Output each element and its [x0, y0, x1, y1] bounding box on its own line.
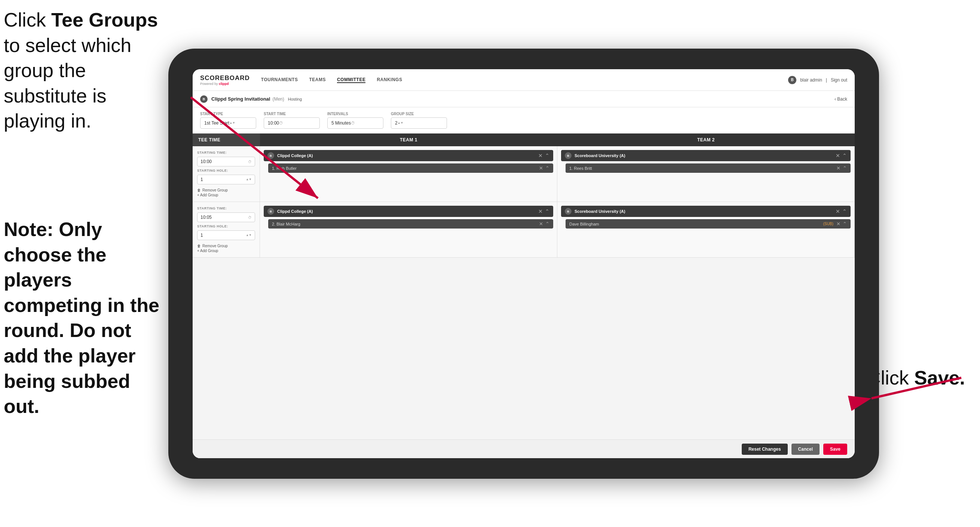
logo-clippd: clippd [219, 82, 229, 86]
player-controls-1-1: ✕ ⌃ [539, 165, 549, 171]
team1-controls-2: ✕ ⌃ [538, 209, 549, 214]
arrow-bottom [842, 366, 972, 411]
nav-rankings[interactable]: RANKINGS [377, 77, 402, 83]
group-size-stepper[interactable]: ▲▼ [398, 121, 404, 124]
team2-icon-2: B [565, 208, 571, 215]
team2-card-2[interactable]: B Scoreboard University (A) ✕ ⌃ [561, 206, 851, 217]
navbar-logo: SCOREBOARD Powered by clippd [200, 75, 250, 86]
user-label: blair admin [800, 77, 822, 83]
svg-line-1 [191, 97, 318, 198]
player-card-2-2[interactable]: Dave Billingham (SUB) ✕ ⌃ [566, 219, 851, 229]
close-icon-p1-2[interactable]: ✕ [539, 221, 543, 227]
footer-bar: Reset Changes Cancel Save [192, 439, 855, 458]
instruction-bottom: Note: Only choose the players competing … [4, 217, 161, 419]
close-icon-t2-2[interactable]: ✕ [835, 209, 840, 214]
table-row: STARTING TIME: 10:05 ⏱ STARTING HOLE: 1 … [192, 202, 855, 258]
starting-time-input-2[interactable]: 10:05 ⏱ [197, 212, 255, 222]
add-group-btn-2[interactable]: + Add Group [197, 249, 255, 253]
logo-powered: Powered by clippd [200, 82, 250, 86]
navbar: SCOREBOARD Powered by clippd TOURNAMENTS… [192, 69, 855, 91]
clock-icon-2: ⏱ [351, 121, 355, 125]
chevron-icon-p2-2[interactable]: ⌃ [843, 221, 847, 227]
tee-actions-2: 🗑 Remove Group + Add Group [197, 244, 255, 253]
starting-hole-input-2[interactable]: 1 ▲▼ [197, 231, 255, 240]
player-card-2-1[interactable]: 1. Rees Britt ✕ ⌃ [566, 164, 851, 173]
save-button[interactable]: Save [823, 444, 847, 455]
cancel-button[interactable]: Cancel [791, 444, 819, 455]
close-icon-p2[interactable]: ✕ [836, 165, 840, 171]
avatar: B [788, 76, 796, 84]
close-icon-t2[interactable]: ✕ [835, 153, 840, 159]
player-controls-2-1: ✕ ⌃ [836, 165, 847, 171]
reset-changes-button[interactable]: Reset Changes [742, 444, 788, 455]
player-name-2-2: Dave Billingham [569, 222, 820, 226]
remove-group-btn-2[interactable]: 🗑 Remove Group [197, 244, 255, 248]
player-name-2-1: 1. Rees Britt [569, 166, 834, 170]
team1-cell-2: B Clippd College (A) ✕ ⌃ 2. Blair McHarg [260, 202, 557, 257]
starting-time-value-2: 10:05 [200, 215, 212, 220]
team2-card-1[interactable]: B Scoreboard University (A) ✕ ⌃ [561, 150, 851, 161]
team1-controls-1: ✕ ⌃ [538, 153, 549, 159]
starting-hole-value-2: 1 [200, 232, 203, 238]
team2-header: Team 2 [557, 134, 855, 146]
trash-icon-2: 🗑 [197, 244, 201, 248]
nav-separator: | [826, 77, 827, 83]
chevron-icon-t1[interactable]: ⌃ [545, 153, 549, 159]
nav-right: B blair admin | Sign out [788, 76, 847, 84]
back-button[interactable]: ‹ Back [835, 97, 847, 102]
sign-out-link[interactable]: Sign out [831, 77, 847, 83]
close-icon-t1[interactable]: ✕ [538, 153, 543, 159]
close-icon-t1-2[interactable]: ✕ [538, 209, 543, 214]
team2-name-2: Scoreboard University (A) [574, 209, 833, 213]
player-name-1-2: 2. Blair McHarg [272, 222, 536, 226]
chevron-icon-t1-2[interactable]: ⌃ [545, 209, 549, 214]
close-icon-p1[interactable]: ✕ [539, 165, 543, 171]
chevron-icon-t2[interactable]: ⌃ [842, 153, 847, 159]
team2-controls-2: ✕ ⌃ [835, 209, 847, 214]
group-size-group: Group Size 2 ▲▼ [391, 112, 447, 129]
team1-name-2: Clippd College (A) [277, 209, 535, 213]
time-icon-2: ⏱ [248, 215, 252, 220]
starting-hole-label-2: STARTING HOLE: [197, 224, 255, 228]
team2-cell-1: B Scoreboard University (A) ✕ ⌃ 1. Rees … [557, 146, 855, 202]
nav-committee[interactable]: COMMITTEE [337, 77, 366, 83]
group-size-input[interactable]: 2 ▲▼ [391, 118, 447, 129]
team2-icon-1: B [565, 152, 571, 159]
hole-stepper-2[interactable]: ▲▼ [246, 234, 252, 237]
close-icon-p2-2[interactable]: ✕ [836, 221, 840, 227]
nav-teams[interactable]: TEAMS [309, 77, 326, 83]
team2-name-1: Scoreboard University (A) [574, 153, 833, 158]
player-sub-badge: (SUB) [823, 222, 834, 226]
nav-links: TOURNAMENTS TEAMS COMMITTEE RANKINGS [261, 77, 788, 83]
logo-scoreboard: SCOREBOARD [200, 75, 250, 82]
instruction-bottom-text: Note: Only choose the players competing … [4, 218, 159, 417]
svg-line-3 [872, 378, 961, 398]
tee-left-2: STARTING TIME: 10:05 ⏱ STARTING HOLE: 1 … [192, 202, 260, 257]
group-size-label: Group Size [391, 112, 447, 116]
player-card-1-2[interactable]: 2. Blair McHarg ✕ ⌃ [268, 219, 553, 229]
chevron-icon-p1[interactable]: ⌃ [546, 165, 549, 171]
player-controls-2-2: ✕ ⌃ [836, 221, 847, 227]
chevron-icon-p1-2[interactable]: ⌃ [546, 221, 549, 227]
nav-tournaments[interactable]: TOURNAMENTS [261, 77, 298, 83]
team2-controls-1: ✕ ⌃ [835, 153, 847, 159]
instruction-bold: Tee Groups [51, 9, 158, 31]
chevron-icon-p2[interactable]: ⌃ [843, 165, 847, 171]
arrow-top [75, 90, 337, 209]
chevron-icon-t2-2[interactable]: ⌃ [842, 209, 847, 214]
team2-cell-2: B Scoreboard University (A) ✕ ⌃ Dave Bil… [557, 202, 855, 257]
player-controls-1-2: ✕ ⌃ [539, 221, 549, 227]
